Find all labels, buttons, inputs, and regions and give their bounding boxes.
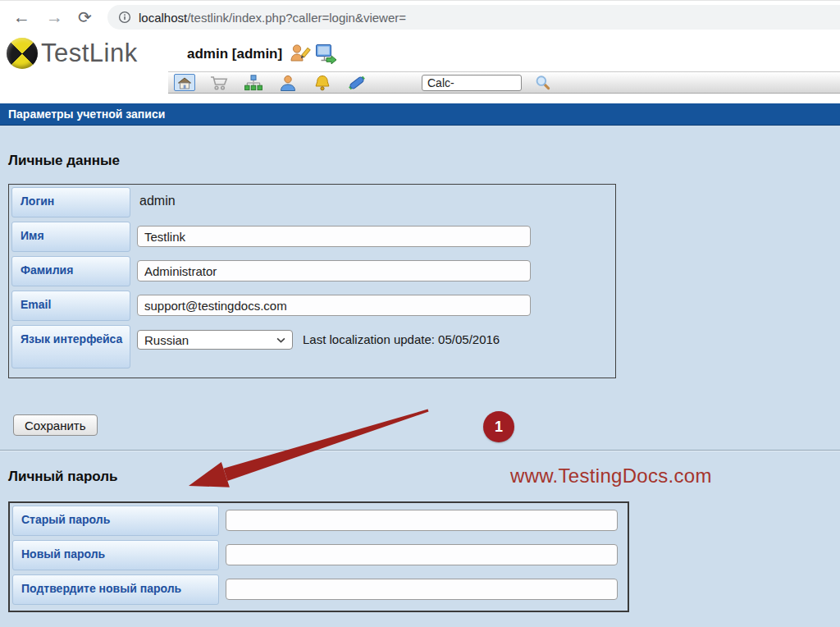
search-input[interactable] [422, 75, 522, 91]
forward-icon[interactable]: → [46, 7, 63, 28]
testlink-logo-text: TestLink [41, 39, 138, 68]
localization-note: Last localization update: 05/05/2016 [303, 325, 500, 346]
url-host: localhost [139, 11, 187, 25]
url-bar[interactable]: localhost/testlink/index.php?caller=logi… [107, 5, 840, 30]
login-value: admin [139, 187, 176, 208]
last-name-label: Фамилия [11, 256, 130, 286]
app-header: TestLink admin [admin] [0, 33, 840, 71]
personal-password-heading: Личный пароль [8, 469, 118, 485]
table-row: Новый пароль [12, 540, 628, 570]
browser-chrome: ← → ⟳ localhost/testlink/index.php?calle… [0, 0, 840, 33]
confirm-password-field[interactable] [226, 579, 618, 600]
watermark-text: www.TestingDocs.com [510, 465, 712, 487]
confirm-password-label: Подтвердите новый пароль [12, 574, 219, 605]
last-name-field[interactable] [137, 260, 531, 281]
user-icon[interactable] [277, 74, 299, 91]
testlink-logo: TestLink [7, 38, 138, 69]
table-row: Фамилия [11, 256, 615, 286]
page-title: Параметры учетной записи [0, 103, 840, 126]
save-button[interactable]: Сохранить [13, 414, 98, 436]
logout-icon[interactable] [315, 43, 337, 64]
url-path: /testlink/index.php?caller=login&viewer= [187, 11, 406, 25]
main-toolbar [168, 71, 840, 94]
annotation-step-badge: 1 [483, 411, 514, 442]
section-divider [0, 450, 840, 451]
email-field[interactable] [137, 295, 531, 316]
logged-user-label: admin [admin] [187, 46, 282, 62]
edit-account-icon[interactable] [289, 43, 311, 64]
back-icon[interactable]: ← [13, 7, 30, 28]
password-table: Старый пароль Новый пароль Подтвердите н… [8, 501, 629, 612]
locale-label: Язык интерфейса [11, 325, 130, 368]
personal-data-table: Логин admin Имя Фамилия Email Язык интер… [8, 184, 616, 378]
login-label: Логин [11, 187, 130, 217]
cart-icon[interactable] [208, 74, 230, 91]
first-name-field[interactable] [137, 226, 531, 247]
new-password-label: Новый пароль [12, 540, 219, 570]
bell-icon[interactable] [312, 74, 333, 91]
table-row: Логин admin [11, 187, 615, 217]
info-icon[interactable] [118, 11, 131, 24]
table-row: Язык интерфейса Russian Last localizatio… [11, 325, 615, 368]
home-icon[interactable] [174, 74, 195, 91]
email-label: Email [11, 291, 130, 321]
content-area: Личные данные Логин admin Имя Фамилия Em… [0, 126, 840, 627]
table-row: Подтвердите новый пароль [12, 574, 628, 605]
table-row: Email [11, 291, 615, 321]
sitemap-icon[interactable] [243, 74, 264, 91]
locale-selected-value: Russian [144, 333, 189, 347]
search-icon[interactable] [535, 75, 550, 90]
pen-icon[interactable] [346, 74, 368, 91]
new-password-field[interactable] [226, 544, 618, 565]
locale-select[interactable]: Russian [137, 330, 293, 350]
first-name-label: Имя [11, 222, 130, 252]
url-text: localhost/testlink/index.php?caller=logi… [139, 11, 406, 25]
personal-data-heading: Личные данные [8, 153, 120, 169]
reload-icon[interactable]: ⟳ [78, 7, 92, 28]
table-row: Старый пароль [12, 506, 628, 536]
testlink-logo-icon [7, 38, 38, 69]
table-row: Имя [11, 222, 615, 252]
old-password-label: Старый пароль [12, 506, 219, 536]
old-password-field[interactable] [226, 510, 618, 531]
chevron-down-icon [276, 337, 285, 343]
